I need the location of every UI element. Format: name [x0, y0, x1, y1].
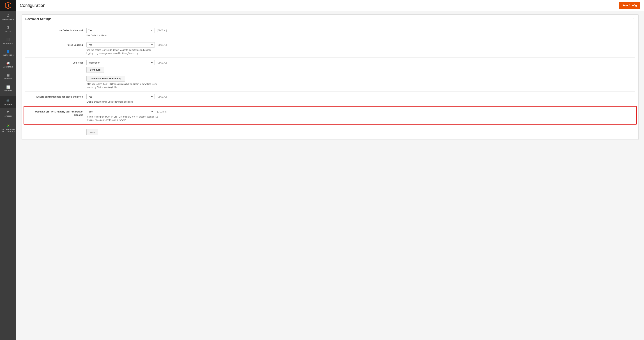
sidebar-item-products[interactable]: PRODUCTS [0, 35, 16, 47]
main: Configuration Save Config Developer Sett… [16, 0, 644, 340]
sidebar-item-reports[interactable]: REPORTS [0, 82, 16, 94]
force-logging-control-row: Yes No [GLOBAL] [86, 42, 635, 48]
force-logging-select[interactable]: Yes No [86, 42, 155, 48]
stores-icon [6, 98, 10, 102]
sidebar-item-marketing[interactable]: MARKETING [0, 59, 16, 70]
erp-tool-select[interactable]: Yes No [87, 109, 155, 114]
partial-updates-label: Enable partial updates for stock and pri… [25, 94, 86, 98]
force-logging-label: Force Logging [25, 42, 86, 47]
partial-updates-control-row: Yes No [GLOBAL] [86, 94, 635, 99]
use-collection-method-control-row: Yes No [GLOBAL] [86, 28, 635, 33]
sidebar-item-sales[interactable]: SALES [0, 23, 16, 35]
use-collection-method-row: Use Collection Method Yes No [GLOBAL] Us… [25, 25, 635, 40]
sidebar-item-dashboard[interactable]: DASHBOARD [0, 11, 16, 23]
sidebar-item-system[interactable]: SYSTEM [0, 108, 16, 119]
erp-tool-label: Using an ERP OR 3rd party tool for produ… [26, 109, 87, 117]
system-icon [7, 110, 10, 114]
sidebar: DASHBOARDSALESPRODUCTSCUSTOMERSMARKETING… [0, 0, 16, 340]
developer-settings-section: Developer Settings ⌃ Use Collection Meth… [22, 15, 638, 140]
sidebar-item-label: CUSTOMERS [2, 54, 14, 56]
force-logging-row: Force Logging Yes No [GLOBAL] Use this s… [25, 40, 635, 58]
save-row: save [25, 124, 635, 136]
sidebar-item-label: SALES [5, 30, 11, 32]
section-header[interactable]: Developer Settings ⌃ [22, 15, 638, 23]
sidebar-item-content[interactable]: CONTENT [0, 70, 16, 82]
sidebar-items: DASHBOARDSALESPRODUCTSCUSTOMERSMARKETING… [0, 11, 16, 135]
force-logging-scope: [GLOBAL] [157, 44, 167, 46]
sidebar-item-label: FIND PARTNERS & EXTENSIONS [1, 129, 15, 132]
partial-updates-select[interactable]: Yes No [86, 94, 155, 99]
use-collection-method-hint: Use Collection Method [86, 34, 158, 37]
reports-icon [6, 85, 10, 89]
sidebar-item-label: PRODUCTS [3, 42, 13, 44]
section-toggle-icon[interactable]: ⌃ [632, 17, 635, 21]
sidebar-item-label: CONTENT [4, 78, 12, 80]
content-icon [7, 73, 10, 77]
use-collection-method-label: Use Collection Method [25, 28, 86, 32]
customers-icon [6, 49, 10, 53]
header: Configuration Save Config [16, 0, 644, 11]
erp-tool-control: Yes No [GLOBAL] If store is integrated w… [87, 109, 634, 122]
sidebar-item-partners[interactable]: FIND PARTNERS & EXTENSIONS [0, 121, 16, 135]
download-log-button[interactable]: Download Klevu Search Log [86, 76, 125, 82]
partial-updates-row: Enable partial updates for stock and pri… [25, 92, 635, 106]
app: DASHBOARDSALESPRODUCTSCUSTOMERSMARKETING… [0, 0, 644, 340]
sidebar-item-stores[interactable]: STORES [0, 96, 16, 108]
log-level-select[interactable]: Information Debug Warning Error [86, 60, 155, 65]
erp-tool-control-row: Yes No [GLOBAL] [87, 109, 634, 114]
sidebar-item-label: REPORTS [4, 90, 12, 92]
partial-updates-hint: Enable product partial update for stock … [86, 100, 158, 103]
log-level-label: Log level [25, 60, 86, 64]
sidebar-item-customers[interactable]: CUSTOMERS [0, 47, 16, 59]
sidebar-item-label: STORES [4, 103, 12, 105]
use-collection-method-select[interactable]: Yes No [86, 28, 155, 33]
content-area: Developer Settings ⌃ Use Collection Meth… [16, 11, 644, 340]
marketing-icon [6, 61, 10, 65]
send-log-button[interactable]: Send Log [86, 67, 104, 73]
dashboard-icon [7, 13, 10, 18]
erp-tool-row: Using an ERP OR 3rd party tool for produ… [24, 106, 637, 124]
partial-updates-scope: [GLOBAL] [157, 96, 167, 98]
sidebar-item-label: MARKETING [3, 66, 14, 68]
sidebar-divider [0, 120, 11, 120]
section-title: Developer Settings [25, 18, 52, 21]
erp-tool-scope: [GLOBAL] [157, 110, 167, 113]
save-button[interactable]: save [86, 129, 98, 135]
log-level-row: Log level Information Debug Warning Erro… [25, 58, 635, 92]
log-level-control-row: Information Debug Warning Error [GLOBAL] [86, 60, 635, 65]
force-logging-hint: Use this setting to override default Mag… [86, 48, 158, 55]
page-title: Configuration [20, 3, 46, 8]
sidebar-item-label: SYSTEM [4, 115, 12, 117]
erp-tool-hint: If store is integrated with an ERP OR 3r… [87, 115, 159, 122]
partners-icon [6, 124, 10, 128]
log-level-control: Information Debug Warning Error [GLOBAL]… [86, 60, 635, 89]
log-level-scope: [GLOBAL] [157, 62, 167, 64]
use-collection-method-scope: [GLOBAL] [157, 29, 167, 32]
use-collection-method-control: Yes No [GLOBAL] Use Collection Method [86, 28, 635, 37]
sidebar-item-label: DASHBOARD [2, 19, 14, 20]
force-logging-control: Yes No [GLOBAL] Use this setting to over… [86, 42, 635, 55]
products-icon [6, 37, 10, 41]
sales-icon [7, 25, 9, 30]
logo [0, 0, 16, 11]
partial-updates-control: Yes No [GLOBAL] Enable product partial u… [86, 94, 635, 103]
sidebar-divider [0, 95, 11, 95]
download-log-hint: If file size is less than 1GB then you c… [86, 82, 158, 89]
section-body: Use Collection Method Yes No [GLOBAL] Us… [22, 23, 638, 139]
save-config-button[interactable]: Save Config [619, 2, 640, 9]
